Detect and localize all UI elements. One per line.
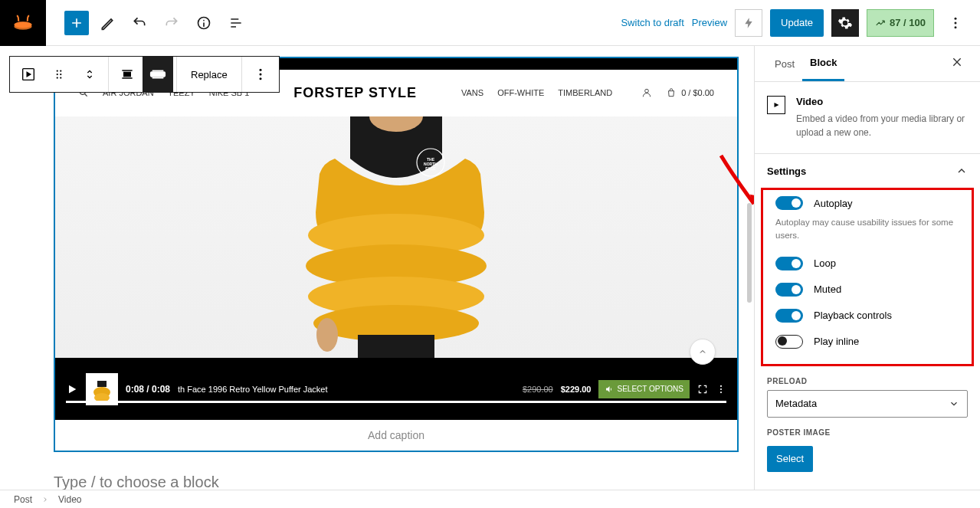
tab-block[interactable]: Block xyxy=(802,46,844,81)
score-text: 87 / 100 xyxy=(890,17,926,28)
top-toolbar: Switch to draft Preview Update 87 / 100 xyxy=(0,0,980,46)
chevron-down-icon xyxy=(949,398,959,409)
chevron-right-icon xyxy=(41,496,49,503)
svg-point-15 xyxy=(259,69,261,71)
preload-select[interactable]: Metadata xyxy=(767,390,968,418)
autoplay-label: Autoplay xyxy=(814,198,853,209)
autoplay-toggle[interactable] xyxy=(775,196,803,210)
chevron-up-icon xyxy=(955,165,968,177)
product-title: th Face 1996 Retro Yellow Puffer Jacket xyxy=(178,385,327,394)
old-price: $290.00 xyxy=(523,385,553,394)
muted-toggle[interactable] xyxy=(775,283,803,297)
annotation-highlight: Autoplay Autoplay may cause usability is… xyxy=(761,188,974,366)
tab-post[interactable]: Post xyxy=(767,48,802,80)
info-button[interactable] xyxy=(190,9,218,37)
play-icon[interactable] xyxy=(66,383,78,395)
store-logo: FORSTEP STYLE xyxy=(293,85,417,101)
editor-canvas: Replace AIR JORDAN YEEZY NIKE SB 1 FORST… xyxy=(0,46,754,490)
breadcrumb-post[interactable]: Post xyxy=(14,494,32,505)
svg-point-1 xyxy=(14,21,31,28)
playback-toggle[interactable] xyxy=(775,309,803,323)
svg-point-35 xyxy=(720,388,722,389)
video-time: 0:08 / 0:08 xyxy=(126,384,170,395)
block-title: Video xyxy=(796,96,968,107)
svg-text:FACE: FACE xyxy=(425,166,436,171)
drag-handle[interactable] xyxy=(44,57,74,92)
scroll-top-button[interactable] xyxy=(690,339,716,365)
svg-point-26 xyxy=(316,318,338,352)
svg-point-17 xyxy=(259,77,261,80)
inline-label: Play inline xyxy=(814,336,859,347)
nav-item: OFF-WHITE xyxy=(497,88,544,97)
svg-point-34 xyxy=(720,385,722,386)
update-button[interactable]: Update xyxy=(770,9,824,37)
nav-item: TIMBERLAND xyxy=(558,88,612,97)
video-block[interactable]: AIR JORDAN YEEZY NIKE SB 1 FORSTEP STYLE… xyxy=(54,57,739,452)
amp-button[interactable] xyxy=(735,9,762,37)
breadcrumb-video[interactable]: Video xyxy=(58,494,81,505)
muted-label: Muted xyxy=(814,283,841,295)
add-block-button[interactable] xyxy=(64,11,89,35)
wide-align-button[interactable] xyxy=(143,57,173,92)
svg-point-5 xyxy=(955,26,957,28)
svg-point-12 xyxy=(60,77,61,78)
cart-icon xyxy=(666,87,677,98)
loop-label: Loop xyxy=(814,257,836,269)
preload-section-label: PRELOAD xyxy=(755,366,980,390)
fullscreen-icon[interactable] xyxy=(697,384,708,395)
poster-section-label: POSTER IMAGE xyxy=(755,418,980,441)
more-menu-button[interactable] xyxy=(942,9,969,37)
seo-score-button[interactable]: 87 / 100 xyxy=(867,9,934,37)
block-toolbar: Replace xyxy=(9,56,280,93)
replace-button[interactable]: Replace xyxy=(180,57,238,92)
preview-link[interactable]: Preview xyxy=(692,17,727,28)
block-more-button[interactable] xyxy=(245,57,276,92)
close-sidebar-button[interactable] xyxy=(946,51,968,76)
site-logo[interactable] xyxy=(0,0,46,46)
select-poster-button[interactable]: Select xyxy=(767,446,813,472)
annotation-arrow xyxy=(717,152,754,216)
autoplay-help: Autoplay may cause usability issues for … xyxy=(763,216,972,251)
inline-toggle[interactable] xyxy=(775,335,803,349)
svg-rect-14 xyxy=(151,72,165,77)
align-button[interactable] xyxy=(112,57,143,92)
svg-point-36 xyxy=(720,392,722,393)
svg-point-9 xyxy=(57,74,58,75)
video-block-icon xyxy=(767,96,785,114)
new-block-placeholder[interactable]: Type / to choose a block xyxy=(54,452,739,490)
more-vert-icon[interactable] xyxy=(716,384,726,395)
breadcrumb: Post Video xyxy=(0,490,980,508)
loop-toggle[interactable] xyxy=(775,257,803,270)
svg-point-3 xyxy=(955,17,957,19)
svg-point-19 xyxy=(645,89,649,93)
svg-point-4 xyxy=(955,21,957,24)
block-type-icon[interactable] xyxy=(13,57,44,92)
scrollbar[interactable] xyxy=(747,203,752,303)
settings-button[interactable] xyxy=(831,9,859,37)
svg-point-7 xyxy=(57,70,58,71)
switch-to-draft-link[interactable]: Switch to draft xyxy=(621,17,683,28)
cart-total: 0 / $0.00 xyxy=(681,88,714,97)
move-updown[interactable] xyxy=(74,57,105,92)
caption-input[interactable]: Add caption xyxy=(55,420,737,451)
svg-point-11 xyxy=(57,77,58,78)
settings-panel-header[interactable]: Settings xyxy=(755,154,980,188)
price: $229.00 xyxy=(561,385,592,394)
user-icon xyxy=(641,87,652,98)
settings-sidebar: Post Block Video Embed a video from your… xyxy=(754,46,980,490)
edit-mode-button[interactable] xyxy=(93,9,121,37)
nav-item: VANS xyxy=(461,88,483,97)
svg-point-8 xyxy=(60,70,61,71)
playback-label: Playback controls xyxy=(814,310,892,321)
redo-button[interactable] xyxy=(158,9,185,37)
svg-point-10 xyxy=(60,74,61,75)
outline-button[interactable] xyxy=(222,9,250,37)
undo-button[interactable] xyxy=(126,9,153,37)
video-controls: 0:08 / 0:08 th Face 1996 Retro Yellow Pu… xyxy=(55,358,737,420)
block-description: Embed a video from your media library or… xyxy=(796,112,968,139)
svg-point-16 xyxy=(259,74,261,76)
svg-rect-25 xyxy=(358,335,434,358)
select-options-button[interactable]: SELECT OPTIONS xyxy=(598,380,690,398)
progress-bar[interactable] xyxy=(66,401,726,403)
svg-rect-13 xyxy=(124,73,130,77)
